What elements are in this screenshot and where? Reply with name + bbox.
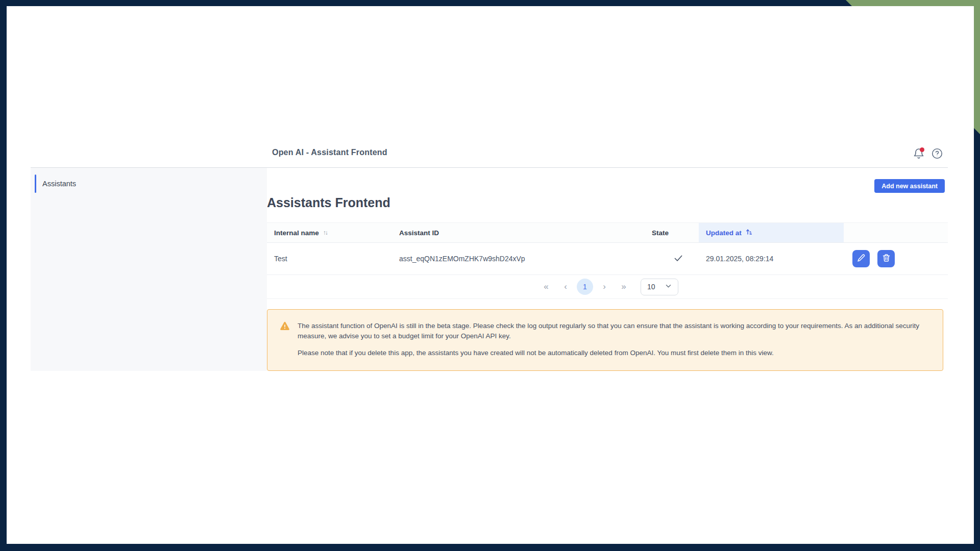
header-icons — [913, 147, 943, 160]
current-page-button[interactable]: 1 — [577, 279, 593, 295]
first-page-button[interactable]: « — [536, 279, 556, 295]
cell-assistant-id: asst_eqQN1zEMOmZHK7w9shD24xVp — [392, 255, 645, 263]
warning-text: The assistant function of OpenAI is stil… — [298, 321, 921, 360]
page-heading: Assistants Frontend — [267, 195, 390, 210]
sidebar: Assistants — [31, 168, 267, 371]
column-header-state[interactable]: State — [645, 223, 699, 242]
notifications-button[interactable] — [913, 147, 925, 160]
check-icon — [673, 257, 683, 265]
sort-ascending-icon — [746, 229, 752, 237]
sort-both-icon[interactable]: ↑↓ — [323, 229, 327, 236]
cell-updated-at: 29.01.2025, 08:29:14 — [699, 255, 844, 263]
assistants-table: Internal name ↑↓ Assistant ID State Upda… — [267, 222, 948, 299]
cell-actions — [844, 250, 948, 267]
notification-dot — [920, 147, 924, 152]
active-indicator — [35, 174, 36, 193]
cell-internal-name: Test — [267, 255, 392, 263]
sidebar-item-assistants[interactable]: Assistants — [31, 174, 267, 193]
pencil-icon — [857, 254, 866, 264]
sidebar-item-label: Assistants — [42, 180, 76, 188]
previous-page-button[interactable]: ‹ — [556, 279, 575, 295]
column-header-actions — [844, 223, 948, 242]
cell-state — [645, 253, 699, 265]
warning-paragraph-1: The assistant function of OpenAI is stil… — [298, 321, 921, 341]
chevron-down-icon — [665, 283, 672, 291]
warning-banner: The assistant function of OpenAI is stil… — [267, 309, 943, 371]
next-page-button[interactable]: › — [595, 279, 614, 295]
trash-icon — [882, 254, 891, 264]
page-size-value: 10 — [647, 283, 655, 291]
page-title: Open AI - Assistant Frontend — [272, 148, 387, 157]
column-header-updated-at[interactable]: Updated at — [699, 223, 844, 242]
help-button[interactable] — [931, 147, 943, 160]
delete-button[interactable] — [877, 250, 895, 267]
table-header-row: Internal name ↑↓ Assistant ID State Upda… — [267, 223, 948, 243]
last-page-button[interactable]: » — [614, 279, 633, 295]
question-circle-icon — [931, 147, 943, 160]
table-row[interactable]: Test asst_eqQN1zEMOmZHK7w9shD24xVp 29.01… — [267, 243, 948, 275]
app-window: Open AI - Assistant Frontend — [7, 6, 974, 544]
warning-paragraph-2: Please note that if you delete this app,… — [298, 348, 921, 358]
warning-triangle-icon — [280, 321, 290, 360]
pagination: « ‹ 1 › » 10 — [267, 275, 948, 299]
edit-button[interactable] — [852, 250, 870, 267]
add-new-assistant-button[interactable]: Add new assistant — [874, 179, 945, 193]
column-header-internal-name[interactable]: Internal name ↑↓ — [267, 223, 392, 242]
page-size-select[interactable]: 10 — [641, 279, 678, 295]
column-header-assistant-id[interactable]: Assistant ID — [392, 223, 645, 242]
